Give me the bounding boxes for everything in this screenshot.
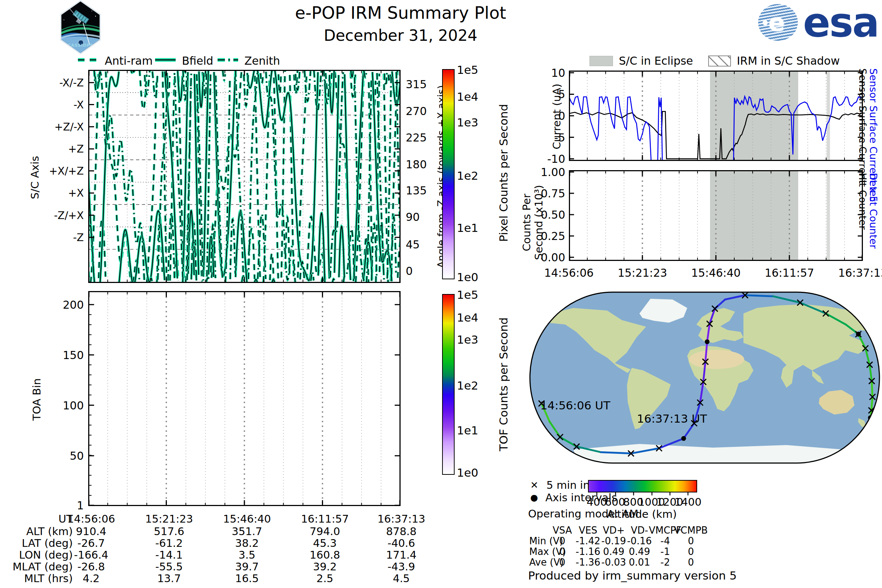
sc-axis-right-tick: 90 (406, 211, 420, 224)
produced-by-note: Produced by irm_summary version 5 (528, 569, 737, 582)
toa-tick: 100 (63, 399, 84, 412)
toa-tick: 150 (63, 348, 84, 361)
sc-axis-left-label: -Z (73, 231, 84, 243)
tof-cb-tick: 1e0 (457, 466, 478, 479)
toa-tick: 1 (77, 499, 84, 512)
volt-cell: -0.03 (601, 557, 626, 568)
current-tick: 10 (551, 66, 565, 79)
sensor-current-label: Sensor Surface Current (857, 68, 868, 184)
volt-cell: -4 (660, 536, 670, 546)
pixel-cb-tick: 1e5 (457, 63, 478, 76)
eph-cell: -166.4 (74, 549, 108, 561)
legend-sc-in-eclipse: S/C in Eclipse (590, 54, 693, 67)
time-axis-tick: 14:56:06 (544, 266, 594, 279)
time-axis-tick: 16:11:57 (765, 266, 814, 279)
altitude-cb-tick: 400 (586, 496, 607, 508)
counts-tick: 1.00 (541, 165, 565, 178)
eph-cell: -43.9 (387, 560, 415, 573)
eph-cell: 910.4 (76, 525, 106, 538)
current-tick: 5 (558, 88, 565, 101)
counts-tick: 0.00 (541, 251, 565, 264)
volt-cell: -2 (660, 557, 670, 568)
ground-track-map: 14:56:06 UT 16:37:13 UT (529, 291, 880, 464)
eph-cell: 3.5 (238, 549, 255, 561)
sc-axis-left-label: +X/+Z (49, 165, 84, 177)
volt-cell: -1.16 (576, 546, 600, 557)
eph-cell: 13.7 (157, 572, 181, 585)
sc-axis-left-label: +Z/-X (54, 120, 84, 133)
eph-cell: 4.2 (82, 572, 100, 585)
legend-label-solid: Bfield (182, 54, 213, 67)
volt-cell: 0 (560, 546, 566, 557)
sc-axis-ylabel: S/C Axis (28, 154, 41, 201)
sc-axis-right-tick: 0 (406, 264, 413, 277)
counts-tick: 0.75 (541, 187, 565, 200)
altitude-cb-tick: 600 (605, 496, 625, 508)
volt-col-header: VD- (631, 525, 648, 536)
esa-logo: e esa (758, 2, 878, 43)
world-map (529, 291, 880, 464)
legend-label-dashed: Anti-ram (105, 54, 153, 67)
detect-counter-label: Detect Counter (868, 173, 879, 249)
x-marker-icon: ✕ (530, 480, 538, 490)
toa-ylabel: TOA Bin (30, 376, 43, 423)
sc-axis-right-tick: 180 (406, 158, 427, 171)
eph-cell: 45.3 (313, 537, 337, 549)
pixel-counts-colorbar-title: Pixel Counts per Second (497, 110, 510, 242)
tof-cb-tick: 1e4 (457, 311, 478, 324)
sc-axis-right-tick: 135 (406, 184, 427, 197)
tof-cb-tick: 1e5 (457, 288, 478, 302)
volt-cell: 0.49 (603, 546, 624, 557)
map-end-time-label: 16:37:13 UT (637, 412, 701, 425)
tof-cb-tick: 1e1 (457, 424, 478, 437)
sc-axis-left-label: +Z (68, 143, 84, 155)
tof-cb-tick: 1e3 (457, 333, 478, 346)
pixel-cb-tick: 1e3 (457, 116, 478, 129)
time-axis-tick: 15:46:40 (691, 266, 741, 279)
eph-cell: 16:37:13 (377, 513, 425, 525)
eph-cell: 4.5 (393, 572, 410, 585)
volt-cell: -1.42 (576, 536, 600, 546)
volt-cell: 0 (560, 536, 566, 546)
sc-axis-right-tick: 315 (406, 78, 427, 90)
tof-counts-colorbar-title: TOF Counts per Second (497, 319, 510, 451)
pixel-cb-tick: 1e0 (457, 270, 478, 284)
eph-cell: -55.5 (155, 560, 183, 573)
legend-label-dashdot: Zenith (244, 54, 280, 67)
volt-cell: 0 (560, 557, 566, 568)
volt-cell: -0.16 (627, 536, 652, 546)
sc-axis-right-tick: 45 (406, 238, 420, 251)
volt-row-label: Ave (V) (529, 557, 564, 568)
volt-col-header: VES (579, 525, 597, 536)
volt-row-label: Min (V) (529, 536, 563, 546)
volt-cell: 0 (688, 557, 694, 568)
sc-axis-right-tick: 225 (406, 131, 427, 144)
eph-cell: -61.2 (155, 537, 183, 549)
esa-globe-icon: e (758, 4, 798, 41)
eph-cell: -26.8 (77, 560, 105, 573)
volt-cell: -1 (660, 546, 670, 557)
altitude-colorbar (588, 480, 697, 492)
eph-cell: 2.5 (316, 572, 333, 585)
volt-col-header: VSA (553, 525, 572, 536)
legend-swatch-dashdot (217, 55, 239, 64)
eph-row-label: MLT (hrs) (24, 572, 73, 585)
esa-wordmark: esa (803, 2, 878, 43)
sc-axis-left-label: +X (68, 187, 84, 199)
dot-marker-icon: ● (530, 492, 538, 503)
counters-plot (569, 170, 863, 261)
volt-col-header: VCMPB (674, 525, 708, 536)
tof-counts-colorbar (442, 294, 454, 475)
eph-cell: 14:56:06 (67, 513, 115, 525)
sc-axis-left-label: -X/-Z (59, 76, 84, 88)
eph-cell: -26.7 (77, 537, 105, 549)
eph-cell: 878.8 (386, 525, 416, 538)
altitude-cb-tick: 1400 (674, 496, 702, 508)
eph-cell: 15:21:23 (145, 513, 193, 525)
eph-row-label: ALT (km) (26, 525, 73, 538)
counts-tick: 0.25 (541, 230, 565, 243)
shadow-hatch-swatch-icon (708, 56, 731, 66)
pixel-counts-colorbar (442, 69, 454, 279)
sc-axis-left-label: -Z/+X (54, 209, 84, 221)
eph-row-label: LAT (deg) (22, 537, 73, 549)
